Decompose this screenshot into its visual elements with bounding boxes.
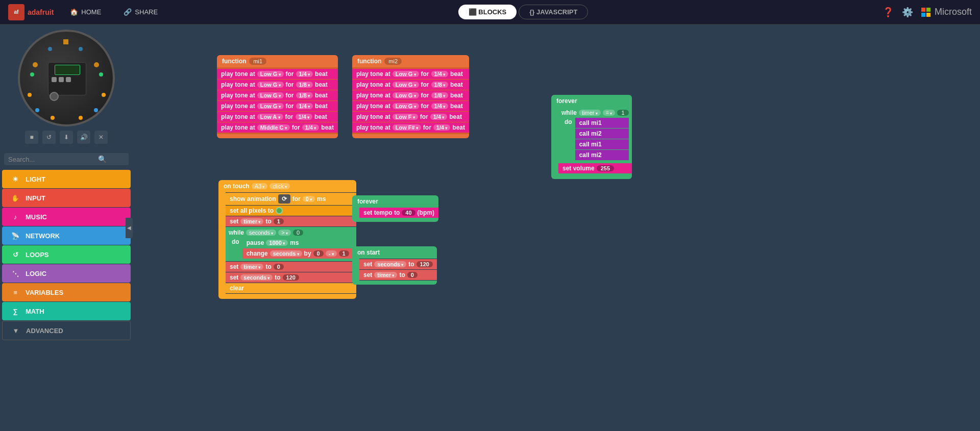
change-num: 0 (313, 250, 324, 257)
settings-icon[interactable]: ⚙️ (902, 7, 913, 18)
set-timer-var[interactable]: timer (240, 218, 263, 224)
main-layout: ■ ↺ ⬇ 🔊 ✕ 🔍 ☀ LIGHT ✋ INPUT (0, 24, 980, 431)
mi2-tone-row-4: play tone at Low G for 1/4 beat (352, 101, 469, 111)
mi2-note-2[interactable]: Low G (393, 82, 419, 88)
sidebar-item-loops[interactable]: ↺ LOOPS (2, 245, 131, 264)
change-var-dropdown[interactable]: seconds (270, 250, 302, 257)
mode-switcher: ⬛ BLOCKS {} JAVASCRIPT (174, 5, 872, 19)
note-dropdown-1[interactable]: Low G (257, 71, 284, 77)
sidebar-item-math[interactable]: ∑ MATH (2, 302, 131, 320)
call-mi2-1: call mi2 (575, 129, 629, 139)
dur-dropdown-2[interactable]: 1/8 (296, 82, 313, 88)
set-seconds-val: 120 (283, 274, 299, 281)
seconds-var-dropdown[interactable]: seconds (246, 230, 276, 236)
start-seconds-val: 120 (416, 261, 433, 267)
search-area: 🔍 (0, 149, 133, 169)
music-icon: ♪ (10, 212, 20, 222)
mi2-dur-1[interactable]: 1/4 (431, 71, 449, 77)
show-animation-row: show animation ⟳ for 0 ms (226, 193, 356, 205)
mi2-note-3[interactable]: Low G (393, 92, 419, 98)
start-timer-var[interactable]: timer (374, 272, 397, 278)
touch-event-header: on touch A3 click (218, 180, 356, 192)
javascript-mode-button[interactable]: {} JAVASCRIPT (519, 5, 588, 19)
restart-button[interactable]: ↺ (42, 131, 56, 144)
forever-tempo-header: forever (352, 195, 438, 208)
note-dropdown-6[interactable]: Middle C (257, 124, 290, 131)
blocks-mode-button[interactable]: ⬛ BLOCKS (458, 5, 517, 19)
mi2-dur-4[interactable]: 1/4 (431, 103, 449, 109)
function-mi1-name: mi1 (249, 58, 266, 65)
mi2-dur-3[interactable]: 1/8 (431, 92, 449, 98)
sidebar-item-music[interactable]: ♪ MUSIC (2, 208, 131, 226)
set-timer2-var[interactable]: timer (240, 264, 263, 270)
tone-row-4: play tone at Low G for 1/4 beat (217, 101, 338, 111)
share-button[interactable]: 🔗 SHARE (117, 6, 164, 18)
call-mi2-2: call mi2 (575, 150, 629, 160)
set-timer-zero-val: 0 (274, 264, 284, 270)
function-mi2-header: function mi2 (352, 55, 469, 67)
set-all-pixels-row: set all pixels to (226, 206, 356, 216)
mi2-dur-2[interactable]: 1/8 (431, 82, 449, 88)
mi2-note-1[interactable]: Low G (393, 71, 419, 77)
home-button[interactable]: 🏠 HOME (64, 6, 107, 18)
download-button[interactable]: ⬇ (60, 131, 73, 144)
while-do-section: do pause 1000 ms change (229, 237, 353, 259)
sound-button[interactable]: 🔊 (77, 131, 90, 144)
mi2-dur-6[interactable]: 1/4 (433, 124, 451, 131)
note-dropdown-5[interactable]: Low A (257, 114, 283, 120)
sidebar-collapse-button[interactable]: ◀ (126, 218, 133, 238)
color-picker[interactable] (276, 207, 283, 214)
touch-event-dropdown[interactable]: click (270, 183, 290, 189)
minus-dropdown[interactable]: - (326, 250, 337, 257)
sidebar-item-input[interactable]: ✋ INPUT (2, 189, 131, 207)
do-section: do call mi1 call mi2 call mi1 call mi2 (561, 117, 629, 161)
on-start-set2-row: set timer to 0 (359, 270, 437, 280)
sidebar-item-light[interactable]: ☀ LIGHT (2, 170, 131, 188)
sidebar-item-variables[interactable]: ≡ VARIABLES (2, 283, 131, 301)
function-mi2-group: function mi2 play tone at Low G for 1/4 … (352, 55, 469, 138)
logo[interactable]: af adafruit (8, 4, 54, 20)
dur-dropdown-1[interactable]: 1/4 (296, 71, 313, 77)
equals-dropdown[interactable]: = (603, 110, 616, 116)
device-preview (18, 30, 115, 126)
start-timer-val: 0 (407, 272, 418, 278)
note-dropdown-2[interactable]: Low G (257, 82, 284, 88)
touch-notch (218, 192, 226, 294)
while-val: 0 (293, 230, 303, 236)
forever-tempo-notch (352, 208, 359, 218)
timer-dropdown[interactable]: timer (579, 110, 601, 116)
mi2-note-5[interactable]: Low F (393, 114, 418, 120)
pause-val-dropdown[interactable]: 1000 (266, 240, 288, 246)
start-seconds-var[interactable]: seconds (374, 261, 406, 267)
set-timer-row: set timer to 1 (226, 216, 356, 226)
anim-ms-dropdown[interactable]: 0 (303, 196, 315, 202)
dur-dropdown-5[interactable]: 1/4 (296, 114, 313, 120)
help-icon[interactable]: ❓ (883, 7, 894, 18)
mi2-note-6[interactable]: Low F# (393, 124, 421, 131)
mi2-note-4[interactable]: Low G (393, 103, 419, 109)
forever-inner: while timer = 1 do call mi1 call mi2 cal… (558, 107, 632, 174)
logo-text: adafruit (28, 8, 54, 16)
gt-dropdown[interactable]: > (278, 230, 291, 236)
on-start-set1-row: set seconds to 120 (359, 259, 437, 269)
note-dropdown-3[interactable]: Low G (257, 92, 284, 98)
sidebar-item-network[interactable]: 📡 NETWORK (2, 226, 131, 245)
dur-dropdown-6[interactable]: 1/4 (302, 124, 320, 131)
dur-dropdown-3[interactable]: 1/8 (296, 92, 313, 98)
mi2-dur-5[interactable]: 1/4 (430, 114, 448, 120)
touch-pin-dropdown[interactable]: A3 (252, 183, 268, 189)
search-input[interactable] (8, 156, 95, 163)
forever-right-footer (551, 174, 632, 179)
on-start-notch (352, 259, 359, 281)
sidebar-item-advanced[interactable]: ▼ ADVANCED (2, 321, 131, 340)
clear-row: clear (226, 283, 356, 293)
on-start-group: on start set seconds to 120 set timer to… (352, 246, 437, 285)
sidebar-item-logic[interactable]: ⋱ LOGIC (2, 264, 131, 283)
forever-notch (551, 107, 558, 174)
dur-dropdown-4[interactable]: 1/4 (296, 103, 313, 109)
stop-button[interactable]: ■ (25, 131, 38, 144)
close-device-button[interactable]: ✕ (94, 131, 108, 144)
note-dropdown-4[interactable]: Low G (257, 103, 284, 109)
mi2-tone-row-2: play tone at Low G for 1/8 beat (352, 80, 469, 90)
set-seconds-var[interactable]: seconds (240, 274, 273, 281)
